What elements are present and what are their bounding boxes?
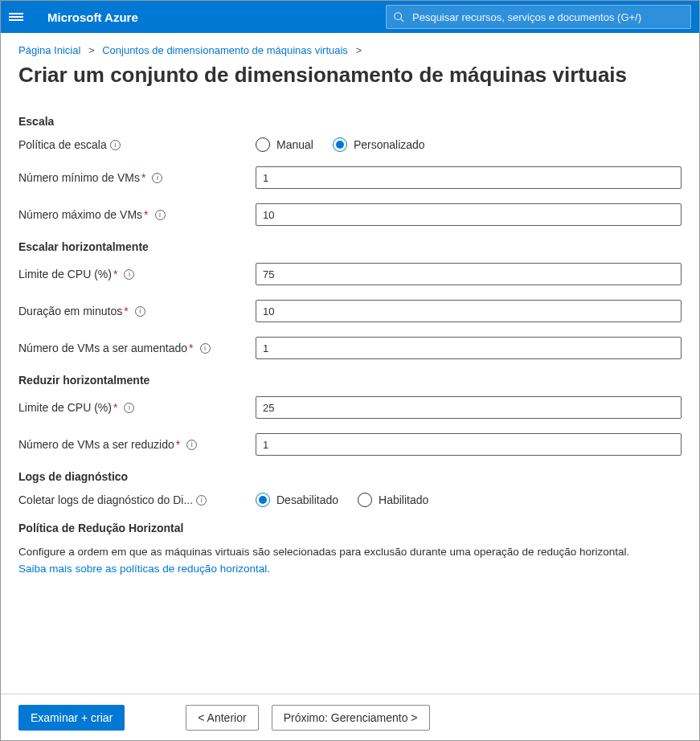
brand-label: Microsoft Azure: [47, 10, 138, 24]
required-marker: *: [144, 208, 148, 221]
radio-label: Manual: [276, 138, 313, 151]
page-content: Página Inicial > Conjuntos de dimensiona…: [1, 33, 699, 694]
top-header: Microsoft Azure: [1, 1, 699, 33]
radio-icon: [358, 493, 372, 507]
info-icon[interactable]: i: [124, 403, 134, 413]
info-icon[interactable]: i: [186, 440, 197, 450]
required-marker: *: [141, 171, 145, 184]
required-marker: *: [124, 305, 128, 317]
search-input[interactable]: [411, 10, 684, 24]
scale-policy-custom[interactable]: Personalizado: [333, 137, 425, 152]
radio-label: Habilitado: [379, 493, 428, 506]
radio-icon: [256, 137, 270, 152]
diag-radio-group: Desabilitado Habilitado: [256, 493, 682, 507]
section-diag-heading: Logs de diagnóstico: [18, 470, 682, 483]
page-title: Criar um conjunto de dimensionamento de …: [18, 63, 682, 88]
breadcrumb: Página Inicial > Conjuntos de dimensiona…: [18, 44, 682, 56]
info-icon[interactable]: i: [110, 140, 121, 150]
info-icon[interactable]: i: [152, 173, 162, 183]
scalein-policy-desc: Configure a ordem em que as máquinas vir…: [18, 544, 682, 560]
scale-policy-radio-group: Manual Personalizado: [256, 137, 682, 152]
min-vms-label: Número mínimo de VMs: [18, 171, 140, 184]
scaleout-duration-label: Duração em minutos: [18, 305, 122, 317]
scalein-cpu-input[interactable]: [256, 396, 682, 419]
hamburger-icon[interactable]: [9, 11, 23, 23]
svg-point-0: [395, 13, 402, 20]
scalein-cpu-label: Limite de CPU (%): [18, 401, 112, 414]
chevron-right-icon: >: [88, 44, 95, 56]
scalein-decrease-input[interactable]: [256, 433, 682, 456]
info-icon[interactable]: i: [124, 269, 134, 280]
radio-icon: [256, 493, 270, 507]
required-marker: *: [113, 401, 117, 414]
next-button[interactable]: Próximo: Gerenciamento >: [272, 705, 430, 731]
info-icon[interactable]: i: [135, 306, 145, 317]
section-scale-heading: Escala: [18, 115, 682, 128]
radio-icon: [333, 137, 347, 152]
scaleout-increase-input[interactable]: [256, 337, 682, 359]
required-marker: *: [189, 342, 193, 354]
diag-disabled[interactable]: Desabilitado: [256, 493, 338, 507]
radio-label: Desabilitado: [276, 493, 338, 506]
scaleout-duration-input[interactable]: [256, 300, 682, 322]
max-vms-label: Número máximo de VMs: [18, 208, 142, 221]
info-icon[interactable]: i: [200, 343, 211, 354]
previous-button[interactable]: < Anterior: [186, 705, 258, 731]
required-marker: *: [113, 268, 117, 280]
scaleout-increase-label: Número de VMs a ser aumentado: [18, 342, 187, 354]
scaleout-cpu-label: Limite de CPU (%): [18, 268, 112, 280]
diag-collect-label: Coletar logs de diagnóstico do Di...: [18, 493, 193, 506]
section-scalein-heading: Reduzir horizontalmente: [18, 374, 682, 387]
review-create-button[interactable]: Examinar + criar: [18, 705, 125, 731]
max-vms-input[interactable]: [256, 203, 682, 226]
section-scaleout-heading: Escalar horizontalmente: [18, 240, 682, 253]
scale-policy-manual[interactable]: Manual: [256, 137, 313, 152]
wizard-footer: Examinar + criar < Anterior Próximo: Ger…: [1, 694, 699, 740]
section-scalein-policy-heading: Política de Redução Horizontal: [18, 522, 682, 534]
scale-policy-label: Política de escala: [18, 138, 107, 151]
breadcrumb-parent[interactable]: Conjuntos de dimensionamento de máquinas…: [102, 44, 348, 56]
info-icon[interactable]: i: [155, 210, 166, 220]
chevron-right-icon: >: [355, 44, 362, 56]
svg-line-1: [401, 19, 404, 23]
search-icon: [393, 11, 404, 23]
scalein-policy-link[interactable]: Saiba mais sobre as políticas de redução…: [18, 563, 270, 575]
min-vms-input[interactable]: [256, 166, 682, 189]
diag-enabled[interactable]: Habilitado: [358, 493, 428, 507]
scalein-decrease-label: Número de VMs a ser reduzido: [18, 438, 174, 451]
global-search[interactable]: [386, 5, 691, 29]
info-icon[interactable]: i: [196, 495, 207, 506]
radio-label: Personalizado: [354, 138, 425, 151]
scaleout-cpu-input[interactable]: [256, 263, 682, 285]
breadcrumb-home[interactable]: Página Inicial: [18, 44, 80, 56]
required-marker: *: [176, 438, 180, 451]
